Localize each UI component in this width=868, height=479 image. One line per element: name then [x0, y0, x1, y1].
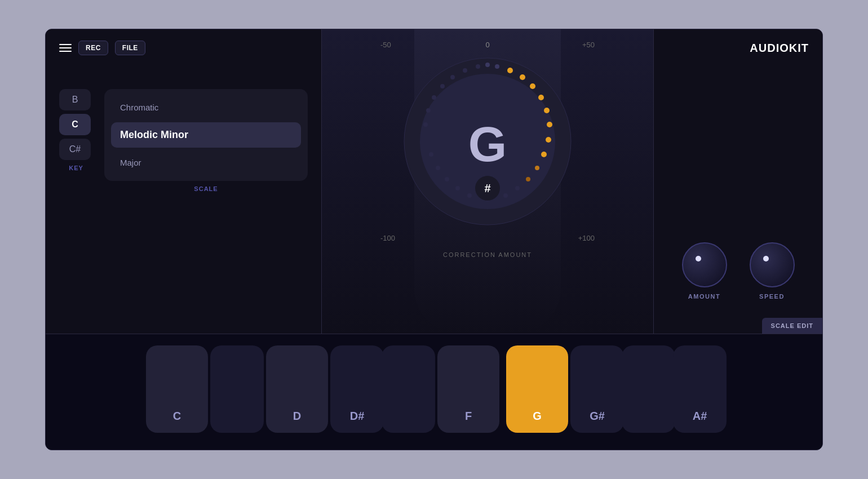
svg-point-14	[538, 95, 544, 100]
plus50-label: +50	[582, 41, 595, 49]
correction-amount-label: CORRECTION AMOUNT	[443, 251, 532, 258]
amount-knob-wrapper: AMOUNT	[682, 242, 727, 300]
toolbar: REC FILE	[59, 41, 308, 55]
svg-point-10	[495, 64, 499, 69]
scale-edit-button[interactable]: SCALE EDIT	[762, 318, 822, 334]
minus50-label: -50	[380, 41, 391, 49]
top-section: REC FILE B C C# KEY Chromatic	[46, 29, 822, 334]
rec-button[interactable]: REC	[78, 41, 108, 55]
minus100-label: -100	[380, 234, 395, 242]
svg-point-12	[520, 74, 525, 80]
meter-labels-top: -50 0 +50	[380, 41, 595, 49]
amount-knob[interactable]	[682, 242, 727, 287]
speed-knob-wrapper: SPEED	[750, 242, 795, 300]
tuner-dial-svg: G	[397, 51, 578, 232]
key-item-c[interactable]: C	[59, 114, 91, 135]
svg-point-20	[526, 177, 530, 181]
key-item-b[interactable]: B	[59, 89, 91, 110]
amount-label: AMOUNT	[688, 293, 720, 300]
key-dsharp[interactable]: D#	[330, 345, 384, 433]
key-black-1[interactable]	[210, 345, 264, 433]
key-c-note: C	[173, 410, 181, 423]
svg-point-18	[541, 152, 547, 157]
key-f[interactable]: F	[437, 345, 499, 433]
svg-point-17	[546, 137, 551, 143]
tuner-dial-wrapper: G #	[397, 51, 578, 232]
key-item-csharp[interactable]: C#	[59, 139, 91, 160]
svg-point-28	[429, 152, 433, 157]
svg-point-4	[432, 95, 436, 100]
key-list-wrapper: B C C# KEY	[59, 89, 93, 192]
scale-label: SCALE	[104, 185, 308, 192]
plus100-label: +100	[578, 234, 595, 242]
key-black-3[interactable]	[622, 345, 675, 433]
svg-text:G: G	[468, 116, 507, 172]
right-panel: AUDIOKIT AMOUNT SPEED SCALE EDIT	[653, 29, 822, 334]
bottom-meter-labels: -100 +100	[380, 234, 595, 242]
key-label: KEY	[59, 165, 93, 171]
key-list: B C C#	[59, 89, 93, 160]
svg-point-19	[535, 166, 539, 170]
key-d-note: D	[293, 410, 301, 423]
svg-point-6	[450, 75, 455, 79]
svg-point-15	[544, 108, 550, 113]
bottom-keyboard-section: C D D# F G G# A#	[46, 334, 822, 450]
knobs-row: AMOUNT SPEED	[682, 242, 795, 300]
key-gsharp-note: G#	[590, 410, 605, 423]
svg-point-9	[485, 63, 490, 67]
svg-point-11	[507, 68, 513, 73]
key-dsharp-note: D#	[350, 410, 365, 423]
svg-point-25	[455, 186, 460, 190]
left-panel: REC FILE B C C# KEY Chromatic	[46, 29, 322, 334]
svg-point-24	[467, 193, 472, 198]
scale-melodic-minor[interactable]: Melodic Minor	[111, 122, 301, 148]
key-asharp-note: A#	[693, 410, 707, 423]
scale-chromatic[interactable]: Chromatic	[111, 96, 301, 119]
svg-point-22	[503, 193, 508, 198]
zero-label: 0	[485, 41, 489, 49]
note-sharp-button[interactable]: #	[475, 176, 500, 201]
scale-major[interactable]: Major	[111, 151, 301, 174]
key-asharp[interactable]: A#	[673, 345, 727, 433]
svg-point-3	[426, 108, 431, 113]
audiokit-logo: AUDIOKIT	[750, 42, 809, 55]
svg-point-26	[445, 177, 449, 181]
key-gsharp[interactable]: G#	[570, 345, 624, 433]
key-scale-section: B C C# KEY Chromatic Melodic Minor Major…	[59, 89, 308, 192]
svg-point-27	[436, 166, 440, 170]
svg-point-16	[547, 122, 552, 127]
app-container: REC FILE B C C# KEY Chromatic	[45, 29, 823, 450]
svg-point-7	[463, 68, 467, 73]
svg-point-5	[440, 84, 445, 88]
key-black-2[interactable]	[382, 345, 435, 433]
key-g[interactable]: G	[506, 345, 568, 433]
svg-point-13	[530, 83, 535, 89]
key-g-note: G	[533, 410, 542, 423]
scale-list-wrapper: Chromatic Melodic Minor Major SCALE	[104, 89, 308, 192]
center-panel: -50 0 +50	[322, 29, 653, 334]
speed-label: SPEED	[759, 293, 785, 300]
tuner-area: -50 0 +50	[333, 41, 642, 258]
key-c[interactable]: C	[146, 345, 208, 433]
hamburger-icon[interactable]	[59, 44, 72, 52]
svg-point-21	[515, 186, 520, 190]
scale-list: Chromatic Melodic Minor Major	[104, 89, 308, 181]
sharp-symbol: #	[484, 182, 490, 195]
key-f-note: F	[465, 410, 472, 423]
key-d[interactable]: D	[266, 345, 328, 433]
svg-point-2	[423, 122, 428, 127]
file-button[interactable]: FILE	[115, 41, 145, 55]
speed-knob[interactable]	[750, 242, 795, 287]
svg-point-8	[476, 64, 480, 69]
